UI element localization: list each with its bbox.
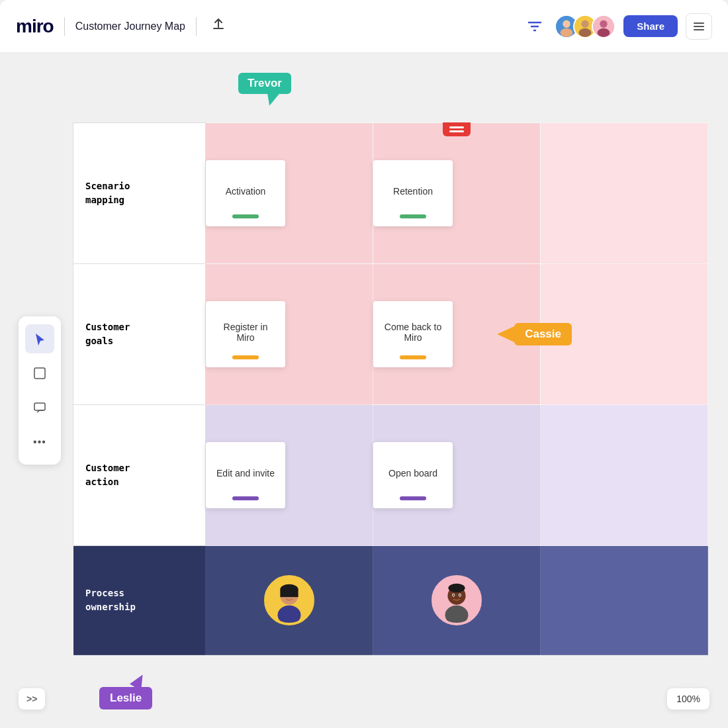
- row-action: Customeraction Edit and invite Open boar…: [73, 405, 708, 546]
- cell-action-c2: Open board: [373, 405, 541, 546]
- activation-note[interactable]: Activation: [206, 160, 285, 226]
- svg-point-5: [579, 28, 592, 36]
- more-tool[interactable]: •••: [25, 428, 54, 457]
- zoom-level: 100%: [676, 694, 700, 704]
- cell-ownership-c2: [373, 546, 541, 655]
- svg-rect-18: [280, 589, 298, 597]
- open-board-bar: [400, 496, 426, 500]
- comment-icon: [33, 401, 46, 414]
- open-board-text: Open board: [388, 468, 437, 478]
- sticky-tool[interactable]: [25, 359, 54, 388]
- svg-point-19: [285, 593, 287, 596]
- upload-icon: [211, 17, 226, 32]
- sticky-icon: [33, 367, 46, 380]
- come-back-bar: [400, 355, 426, 359]
- cassie-arrow: [497, 326, 514, 342]
- share-button[interactable]: Share: [623, 15, 678, 37]
- header-action: Customeraction: [73, 405, 206, 546]
- red-badge: [443, 122, 471, 136]
- app-container: miro Customer Journey Map: [0, 0, 728, 728]
- svg-point-24: [448, 583, 465, 592]
- header: miro Customer Journey Map: [0, 0, 728, 53]
- svg-rect-9: [694, 23, 704, 24]
- header-divider: [64, 17, 65, 36]
- expand-button[interactable]: >>: [19, 688, 45, 709]
- menu-button[interactable]: [686, 13, 712, 40]
- miro-logo: miro: [16, 16, 54, 37]
- retention-text: Retention: [393, 186, 433, 197]
- svg-rect-11: [694, 29, 704, 30]
- zoom-indicator: 100%: [667, 688, 709, 709]
- svg-rect-10: [694, 26, 704, 27]
- svg-rect-12: [34, 368, 45, 379]
- upload-button[interactable]: [207, 13, 230, 39]
- comment-tool[interactable]: [25, 393, 54, 422]
- left-toolbar: •••: [19, 316, 61, 465]
- svg-point-8: [598, 28, 610, 36]
- come-back-note[interactable]: Come back to Miro: [373, 301, 453, 367]
- svg-point-27: [453, 594, 454, 596]
- journey-grid-wrapper: Scenariomapping Activation: [73, 122, 708, 655]
- row-goals: Customergoals Register in Miro Come back…: [73, 264, 708, 405]
- cell-ownership-c1: [206, 546, 373, 655]
- cassie-cursor: Cassie: [497, 323, 572, 345]
- svg-point-7: [600, 20, 608, 27]
- title-divider: [196, 17, 197, 36]
- svg-point-2: [561, 28, 573, 36]
- cell-scenario-c1: Activation: [206, 123, 373, 264]
- register-bar: [232, 355, 259, 359]
- canvas: ••• Trevor Scenariomapping: [0, 53, 728, 728]
- row-ownership: Processownership: [73, 546, 708, 655]
- journey-table: Scenariomapping Activation: [73, 122, 708, 655]
- header-right: Share: [523, 13, 712, 40]
- cell-action-c3: [541, 405, 708, 546]
- leslie-cursor: Leslie: [99, 687, 152, 709]
- edit-invite-note[interactable]: Edit and invite: [206, 442, 285, 508]
- come-back-text: Come back to Miro: [383, 322, 443, 343]
- cell-ownership-c3: [541, 546, 708, 655]
- header-goals: Customergoals: [73, 264, 206, 405]
- svg-point-4: [582, 20, 589, 27]
- trevor-cursor: Trevor: [238, 73, 291, 94]
- leslie-label: Leslie: [99, 687, 152, 709]
- avatar-black-man: [432, 575, 482, 625]
- cell-scenario-c3: [541, 123, 708, 264]
- board-title: Customer Journey Map: [75, 21, 185, 32]
- header-scenario: Scenariomapping: [73, 123, 206, 264]
- retention-bar: [400, 214, 426, 218]
- edit-invite-bar: [232, 496, 259, 500]
- cursor-icon: [34, 332, 46, 345]
- cell-goals-c1: Register in Miro: [206, 264, 373, 405]
- avatar-3: [592, 15, 615, 38]
- register-text: Register in Miro: [215, 322, 276, 343]
- cell-scenario-c2: Retention: [373, 123, 541, 264]
- header-ownership: Processownership: [73, 546, 206, 655]
- avatar-asian-woman: [264, 575, 314, 625]
- filter-icon[interactable]: [523, 15, 547, 38]
- activation-text: Activation: [226, 186, 266, 197]
- cell-action-c1: Edit and invite: [206, 405, 373, 546]
- svg-point-20: [291, 593, 294, 596]
- menu-icon: [692, 20, 705, 33]
- edit-invite-text: Edit and invite: [216, 468, 275, 478]
- svg-rect-13: [34, 403, 45, 410]
- expand-icon: >>: [26, 694, 37, 704]
- svg-point-1: [563, 20, 570, 27]
- avatar-black-man-svg: [434, 577, 479, 623]
- header-avatars: [555, 15, 615, 38]
- activation-bar: [232, 214, 259, 218]
- ellipsis-icon: •••: [33, 436, 46, 448]
- svg-point-28: [459, 594, 461, 596]
- row-scenario: Scenariomapping Activation: [73, 123, 708, 264]
- header-left: miro Customer Journey Map: [16, 13, 230, 39]
- open-board-note[interactable]: Open board: [373, 442, 453, 508]
- register-note[interactable]: Register in Miro: [206, 301, 285, 367]
- avatar-asian-woman-svg: [267, 577, 312, 623]
- select-tool[interactable]: [25, 324, 54, 353]
- cassie-label: Cassie: [514, 323, 572, 345]
- trevor-label: Trevor: [238, 73, 291, 94]
- retention-note[interactable]: Retention: [373, 160, 453, 226]
- cell-goals-c2: Come back to Miro Cassie: [373, 264, 541, 405]
